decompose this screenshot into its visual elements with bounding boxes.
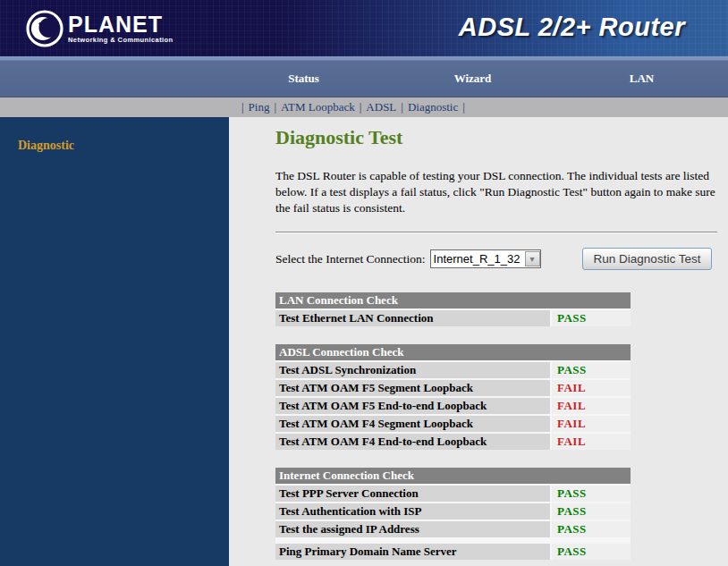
table-row: Test ATM OAM F5 Segment Loopback FAIL — [275, 380, 631, 396]
test-name: Test ATM OAM F5 Segment Loopback — [275, 380, 550, 396]
sidebar-item-diagnostic[interactable]: Diagnostic — [18, 139, 229, 153]
test-status: PASS — [552, 486, 631, 502]
planet-logo: PLANET Networking & Communication — [25, 9, 174, 48]
table-row: Test ATM OAM F4 Segment Loopback FAIL — [275, 416, 631, 432]
test-name: Test ATM OAM F4 Segment Loopback — [275, 416, 550, 432]
subnav-item-diagnostic[interactable]: Diagnostic — [408, 100, 458, 114]
page-title: Diagnostic Test — [275, 126, 723, 149]
main-panel: Diagnostic Test The DSL Router is capabl… — [229, 117, 728, 566]
separator: | — [462, 100, 465, 114]
table-row: Test PPP Server Connection PASS — [275, 486, 631, 502]
table-row: Test the assigned IP Address PASS — [275, 521, 631, 537]
logo-text: PLANET — [68, 13, 174, 35]
sidebar: Diagnostic — [0, 117, 229, 566]
internet-connection-select[interactable]: Internet_R_1_32 — [430, 249, 541, 268]
nav-item-status[interactable]: Status — [219, 72, 388, 86]
group-title: Internet Connection Check — [275, 468, 631, 484]
test-name: Test Authentication with ISP — [275, 503, 550, 520]
test-name: Test PPP Server Connection — [275, 486, 550, 502]
subnav-item-atm-loopback[interactable]: ATM Loopback — [281, 100, 355, 114]
nav-item-lan[interactable]: LAN — [557, 72, 726, 86]
group-rows: Test Ethernet LAN Connection PASS — [275, 310, 631, 326]
table-row: Ping Primary Domain Name Server PASS — [275, 544, 631, 560]
test-status: PASS — [552, 362, 631, 378]
test-name: Test Ethernet LAN Connection — [275, 310, 550, 326]
test-status: FAIL — [552, 380, 631, 396]
test-status: PASS — [552, 544, 631, 560]
test-name: Ping Primary Domain Name Server — [275, 544, 550, 560]
page-description: The DSL Router is capable of testing you… — [275, 168, 723, 216]
divider-rule — [275, 232, 717, 233]
table-row: Test Ethernet LAN Connection PASS — [275, 310, 631, 326]
test-status: PASS — [552, 310, 631, 326]
run-diagnostic-test-button[interactable]: Run Diagnostic Test — [582, 248, 713, 270]
connection-form-row: Select the Internet Connection: Internet… — [275, 248, 723, 270]
main-navbar: Status Wizard LAN — [0, 60, 728, 97]
top-banner: PLANET Networking & Communication ADSL 2… — [0, 0, 728, 56]
table-row: Test ATM OAM F4 End-to-end Loopback FAIL — [275, 434, 631, 450]
test-groups: LAN Connection Check Test Ethernet LAN C… — [275, 292, 723, 560]
test-group: Internet Connection Check Test PPP Serve… — [275, 468, 631, 560]
separator: | — [274, 100, 276, 114]
group-title: ADSL Connection Check — [275, 344, 631, 360]
test-name: Test the assigned IP Address — [275, 521, 550, 537]
test-name: Test ATM OAM F4 End-to-end Loopback — [275, 434, 550, 450]
subnav-item-adsl[interactable]: ADSL — [366, 100, 396, 114]
test-name: Test ATM OAM F5 End-to-end Loopback — [275, 398, 550, 414]
product-title: ADSL 2/2+ Router — [459, 13, 685, 42]
sub-navbar: | Ping | ATM Loopback | ADSL | Diagnosti… — [0, 97, 728, 117]
separator: | — [360, 100, 362, 114]
test-status: PASS — [552, 503, 631, 520]
test-group: LAN Connection Check Test Ethernet LAN C… — [275, 292, 631, 326]
table-row: Test Authentication with ISP PASS — [275, 503, 631, 520]
test-name: Test ADSL Synchronization — [275, 362, 550, 378]
test-status: FAIL — [552, 398, 631, 414]
test-group: ADSL Connection Check Test ADSL Synchron… — [275, 344, 631, 450]
planet-moon-icon — [25, 9, 64, 48]
connection-select-label: Select the Internet Connection: — [275, 252, 426, 266]
group-title: LAN Connection Check — [275, 292, 631, 308]
table-row: Test ATM OAM F5 End-to-end Loopback FAIL — [275, 398, 631, 414]
test-status: FAIL — [552, 434, 631, 450]
test-status: FAIL — [552, 416, 631, 432]
subnav-item-ping[interactable]: Ping — [249, 100, 270, 114]
table-row: Test ADSL Synchronization PASS — [275, 362, 631, 378]
separator: | — [241, 100, 244, 114]
separator: | — [401, 100, 403, 114]
test-status: PASS — [552, 521, 631, 537]
group-rows: Test PPP Server Connection PASS Test Aut… — [275, 486, 631, 560]
group-rows: Test ADSL Synchronization PASS Test ATM … — [275, 362, 631, 450]
nav-item-wizard[interactable]: Wizard — [388, 72, 557, 86]
logo-tagline: Networking & Communication — [68, 36, 174, 44]
